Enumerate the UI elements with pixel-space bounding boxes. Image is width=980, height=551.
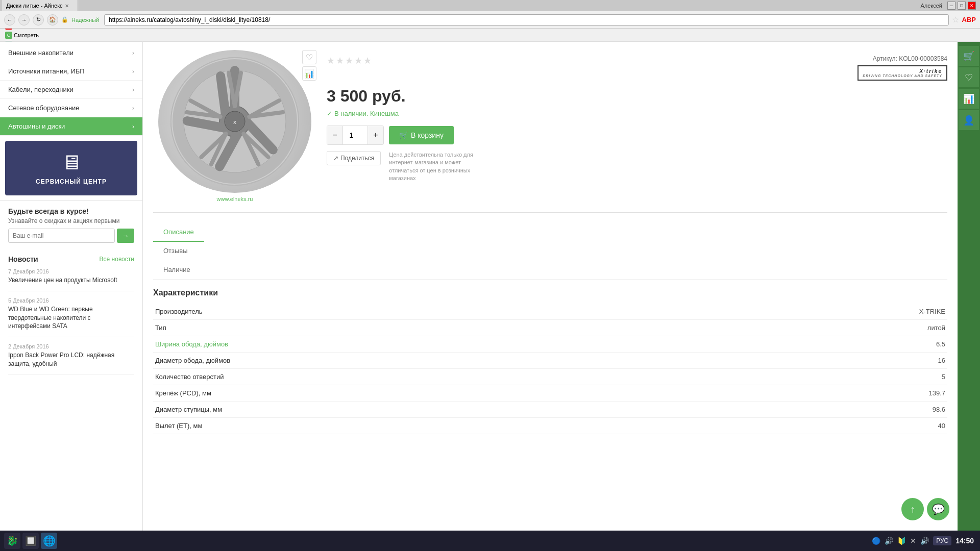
quantity-input[interactable] bbox=[342, 126, 368, 144]
close-button[interactable]: ✕ bbox=[968, 2, 976, 10]
bookmark-favicon: N bbox=[5, 41, 12, 42]
char-row-1: Типлитой bbox=[153, 320, 947, 336]
bookmark-смотреть[interactable]: ССмотреть bbox=[2, 31, 57, 40]
secure-icon: 🔒 bbox=[61, 16, 68, 23]
char-row-0: ПроизводительX-TRIKE bbox=[153, 304, 947, 320]
product-tab-2[interactable]: Наличие bbox=[153, 261, 204, 280]
char-value-1: литой bbox=[630, 320, 947, 336]
taskbar-clock: 14:50 bbox=[955, 537, 974, 545]
share-icon: ↗ bbox=[333, 155, 338, 162]
taskbar-icon-2[interactable]: 🔲 bbox=[22, 533, 39, 549]
product-tab-0[interactable]: Описание bbox=[153, 223, 204, 242]
back-button[interactable]: ← bbox=[4, 14, 15, 26]
cart-btn-label: В корзину bbox=[411, 131, 444, 139]
news-header: Новости Все новости bbox=[8, 255, 134, 263]
home-button[interactable]: 🏠 bbox=[47, 14, 58, 26]
quantity-increase-button[interactable]: + bbox=[368, 126, 383, 144]
add-to-cart-button[interactable]: 🛒 В корзину bbox=[389, 126, 454, 144]
sidebar-item-2[interactable]: Кабели, переходники› bbox=[0, 81, 142, 99]
char-link-2[interactable]: Ширина обода, дюймов bbox=[155, 340, 228, 348]
maximize-button[interactable]: □ bbox=[958, 2, 966, 10]
bookmark-nnm-club[interactable]: NNNM-Club bbox=[2, 40, 57, 42]
quantity-control: − + bbox=[327, 126, 384, 145]
svg-text:X: X bbox=[233, 120, 236, 125]
taskbar-language[interactable]: РУС bbox=[933, 536, 951, 545]
sidebar-item-3[interactable]: Сетевое оборудование› bbox=[0, 99, 142, 117]
wishlist-sidebar-button[interactable]: ♡ bbox=[959, 67, 979, 88]
tab-label: Диски литые - Айнекс bbox=[6, 3, 63, 9]
characteristics-section: Характеристики ПроизводительX-TRIKEТипли… bbox=[153, 288, 947, 434]
char-name-0: Производитель bbox=[153, 304, 630, 320]
availability-check-icon: ✓ bbox=[327, 110, 332, 117]
news-text-0[interactable]: Увеличение цен на продукты Microsoft bbox=[8, 276, 134, 285]
compare-sidebar-button[interactable]: 📊 bbox=[959, 89, 979, 109]
refresh-button[interactable]: ↻ bbox=[33, 14, 44, 26]
newsletter-email-input[interactable] bbox=[8, 229, 115, 243]
titlebar: скриншот экрана wind...✕Как сделать скри… bbox=[0, 0, 980, 11]
product-watermark: www.elneks.ru bbox=[217, 196, 253, 202]
chevron-right-icon: › bbox=[132, 123, 134, 130]
price-note: Цена действительна только для интернет-м… bbox=[389, 151, 491, 183]
bookmarks-bar: ЯЯндексООдноклассникиввк контактККинешем… bbox=[0, 29, 980, 42]
minimize-button[interactable]: ─ bbox=[947, 2, 955, 10]
star-3[interactable]: ★ bbox=[345, 55, 353, 66]
address-input[interactable] bbox=[104, 14, 948, 26]
char-name-5: Крепёж (PCD), мм bbox=[153, 385, 630, 402]
chat-float-button[interactable]: 💬 bbox=[927, 498, 949, 520]
product-tab-1[interactable]: Отзывы bbox=[153, 242, 204, 261]
char-row-6: Диаметр ступицы, мм98.6 bbox=[153, 402, 947, 418]
news-text-2[interactable]: Ippon Back Power Pro LCD: надёжная защит… bbox=[8, 351, 134, 368]
star-5[interactable]: ★ bbox=[363, 55, 372, 66]
forward-button[interactable]: → bbox=[18, 14, 30, 26]
user-label: Алексей bbox=[920, 3, 942, 9]
wishlist-icon-btn[interactable]: ♡ bbox=[302, 50, 316, 64]
taskbar-icon-1[interactable]: 🐉 bbox=[4, 533, 20, 549]
quantity-decrease-button[interactable]: − bbox=[327, 126, 342, 144]
scroll-up-float-button[interactable]: ↑ bbox=[901, 498, 924, 520]
taskbar-sys-icon-5: 🔊 bbox=[920, 537, 929, 545]
sidebar-item-0[interactable]: Внешние накопители› bbox=[0, 44, 142, 62]
tab-close-icon[interactable]: ✕ bbox=[65, 3, 69, 9]
share-price-row: ↗ Поделиться Цена действительна только д… bbox=[327, 151, 947, 183]
char-row-4: Количество отверстий5 bbox=[153, 369, 947, 385]
secure-label: Надёжный bbox=[71, 17, 99, 23]
taskbar-right: 🔵 🔊 🔰 ✕ 🔊 РУС 14:50 bbox=[872, 536, 976, 545]
char-row-3: Диаметр обода, дюймов16 bbox=[153, 353, 947, 369]
sidebar-item-4[interactable]: Автошины и диски› bbox=[0, 117, 142, 136]
newsletter-submit-button[interactable]: → bbox=[117, 229, 134, 243]
bookmarks-container: ЯЯндексООдноклассникиввк контактККинешем… bbox=[2, 29, 57, 42]
char-value-4: 5 bbox=[630, 369, 947, 385]
cart-sidebar-button[interactable]: 🛒 bbox=[959, 46, 979, 66]
availability-text[interactable]: В наличии. Кинешма bbox=[334, 110, 399, 117]
characteristics-title: Характеристики bbox=[153, 288, 947, 297]
sidebar-item-1[interactable]: Источники питания, ИБП› bbox=[0, 62, 142, 81]
newsletter-form: → bbox=[8, 229, 134, 243]
account-sidebar-button[interactable]: 👤 bbox=[959, 110, 979, 131]
char-row-7: Вылет (ET), мм40 bbox=[153, 418, 947, 434]
star-2[interactable]: ★ bbox=[336, 55, 344, 66]
news-item-2: 2 Декабря 2016Ippon Back Power Pro LCD: … bbox=[8, 343, 134, 375]
news-date-0: 7 Декабря 2016 bbox=[8, 268, 134, 274]
main-area: Внешние накопители›Источники питания, ИБ… bbox=[0, 42, 980, 551]
product-main: ♡ 📊 bbox=[153, 50, 947, 213]
char-name-4: Количество отверстий bbox=[153, 369, 630, 385]
taskbar-left: 🐉 🔲 🌐 bbox=[4, 533, 57, 549]
wheel-svg: X bbox=[168, 55, 301, 188]
adblock-icon[interactable]: ABP bbox=[962, 16, 976, 23]
news-all-link[interactable]: Все новости bbox=[100, 256, 134, 263]
star-4[interactable]: ★ bbox=[354, 55, 362, 66]
news-item-0: 7 Декабря 2016Увеличение цен на продукты… bbox=[8, 268, 134, 291]
browser-tab-t3[interactable]: Диски литые - Айнекс✕ bbox=[2, 0, 78, 11]
bookmark-youtube[interactable]: YYouTube bbox=[2, 29, 57, 31]
bookmark-star-icon[interactable]: ☆ bbox=[952, 15, 959, 24]
news-section: Новости Все новости 7 Декабря 2016Увелич… bbox=[0, 249, 142, 387]
share-button[interactable]: ↗ Поделиться bbox=[327, 151, 381, 165]
char-value-3: 16 bbox=[630, 353, 947, 369]
service-center-icon: 🖥 bbox=[15, 151, 127, 174]
taskbar-browser-icon[interactable]: 🌐 bbox=[41, 533, 57, 549]
compare-icon-btn[interactable]: 📊 bbox=[302, 66, 316, 81]
bookmark-label: Смотреть bbox=[14, 32, 39, 38]
star-1[interactable]: ★ bbox=[327, 55, 335, 66]
service-banner[interactable]: 🖥 СЕРВИСНЫЙ ЦЕНТР bbox=[5, 141, 137, 195]
news-text-1[interactable]: WD Blue и WD Green: первые твердотельные… bbox=[8, 305, 134, 331]
